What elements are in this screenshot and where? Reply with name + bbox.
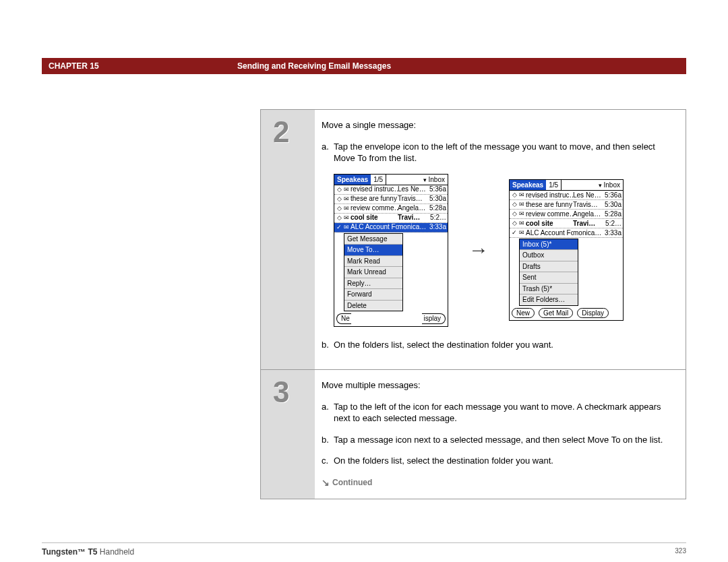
- menu-item-mark-unread[interactable]: Mark Unread: [344, 267, 402, 278]
- folder-item-edit[interactable]: Edit Folders…: [520, 294, 578, 305]
- display-button[interactable]: Display: [577, 308, 609, 319]
- list-item[interactable]: ◇ ✉ review comme… Angela… 5:28a: [334, 204, 448, 214]
- envelope-icon[interactable]: ✉: [342, 185, 351, 193]
- substep-text: On the folders list, select the destinat…: [334, 339, 673, 351]
- folder-item-outbox[interactable]: Outbox: [520, 250, 578, 261]
- list-item-selected[interactable]: ✓ ✉ ALC Account Fo… monica… 3:33a: [334, 223, 448, 232]
- folder-item-drafts[interactable]: Drafts: [520, 261, 578, 273]
- envelope-icon[interactable]: ✉: [342, 204, 351, 212]
- msg-subject: these are funny: [351, 194, 398, 204]
- new-button-partial[interactable]: Ne: [336, 313, 351, 324]
- folder-menu: Inbox (5)* Outbox Drafts Sent Trash (5)*…: [519, 239, 578, 306]
- envelope-icon[interactable]: ✉: [518, 200, 526, 208]
- list-item[interactable]: ◇ ✉ revised instruc… Les Ne… 5:36a: [334, 185, 448, 195]
- step-number: 2: [261, 110, 315, 369]
- msg-subject: review comme…: [351, 204, 398, 213]
- msg-time: 3:33a: [426, 222, 446, 232]
- palm-message-list: ◇ ✉ revised instruc… Les Ne… 5:36a ◇ ✉ t…: [334, 185, 448, 232]
- step-intro: Move multiple messages:: [322, 379, 673, 392]
- envelope-icon[interactable]: ✉: [518, 219, 526, 227]
- palm-folder-selector[interactable]: Inbox: [386, 175, 448, 185]
- step-intro: Move a single message:: [322, 119, 673, 131]
- msg-time: 5:28a: [601, 210, 621, 219]
- palm-folder-selector[interactable]: Inbox: [562, 180, 623, 190]
- palm-button-bar: Ne isplay: [334, 311, 448, 326]
- substep-label: c.: [322, 455, 334, 467]
- list-item[interactable]: ◇ ✉ these are funny Travis… 5:30a: [334, 195, 448, 204]
- list-item[interactable]: ◇ ✉ revised instruc… Les Ne… 5:36a: [510, 191, 623, 200]
- menu-item-delete[interactable]: Delete: [344, 301, 402, 311]
- chapter-label: CHAPTER 15: [49, 61, 237, 71]
- mark-icon: ◇: [511, 191, 518, 199]
- msg-from: Travis…: [573, 200, 601, 210]
- palm-screenshot-right: Speakeas 1/5 Inbox ◇ ✉ revised instruc… …: [509, 179, 624, 321]
- list-item[interactable]: ✓ ✉ ALC Account Fo… monica… 3:33a: [510, 228, 623, 238]
- mark-icon: ◇: [336, 185, 342, 193]
- substep-text: Tap to the left of the icon for each mes…: [334, 401, 673, 425]
- palm-button-bar: New Get Mail Display: [510, 306, 623, 321]
- screenshot-row: Speakeas 1/5 Inbox ◇ ✉ revised instruc… …: [334, 174, 673, 327]
- folder-item-inbox[interactable]: Inbox (5)*: [520, 239, 578, 251]
- msg-time: 3:33a: [601, 228, 621, 238]
- msg-from: Travi…: [573, 219, 601, 228]
- msg-from: monica…: [398, 222, 426, 232]
- mark-icon: ◇: [511, 210, 518, 218]
- msg-time: 5:28a: [426, 204, 446, 213]
- msg-from: Travi…: [398, 213, 426, 222]
- product-name-bold: Tungsten™ T5: [42, 547, 97, 557]
- msg-from: monica…: [573, 228, 601, 238]
- new-button[interactable]: New: [512, 308, 535, 319]
- mark-icon: ◇: [511, 200, 518, 208]
- msg-from: Travis…: [398, 194, 426, 204]
- msg-subject: revised instruc…: [351, 185, 398, 194]
- mark-icon: ◇: [511, 219, 518, 227]
- envelope-icon[interactable]: ✉: [342, 214, 351, 222]
- folder-item-trash[interactable]: Trash (5)*: [520, 284, 578, 295]
- step-number: 3: [261, 370, 315, 499]
- msg-from: Angela…: [573, 210, 601, 219]
- envelope-icon[interactable]: ✉: [342, 223, 351, 231]
- menu-item-mark-read[interactable]: Mark Read: [344, 256, 402, 268]
- display-button-partial[interactable]: isplay: [422, 313, 446, 324]
- arrow-right-icon: →: [468, 237, 489, 264]
- substep-c: c. On the folders list, select the desti…: [322, 455, 673, 467]
- palm-header: Speakeas 1/5 Inbox: [510, 180, 623, 191]
- msg-from: Les Ne…: [398, 185, 426, 194]
- msg-subject: cool site: [351, 213, 398, 222]
- substep-label: a.: [322, 401, 334, 425]
- step-body: Move multiple messages: a. Tap to the le…: [315, 370, 686, 499]
- palm-screenshot-left: Speakeas 1/5 Inbox ◇ ✉ revised instruc… …: [334, 174, 448, 327]
- list-item[interactable]: ◇ ✉ cool site Travi… 5:2…: [510, 219, 623, 228]
- instruction-panel: 2 Move a single message: a. Tap the enve…: [260, 109, 686, 499]
- list-item[interactable]: ◇ ✉ these are funny Travis… 5:30a: [510, 200, 623, 210]
- substep-label: b.: [322, 339, 334, 351]
- menu-item-reply[interactable]: Reply…: [344, 278, 402, 290]
- continued-arrow-icon: ↘: [322, 476, 330, 489]
- step-body: Move a single message: a. Tap the envelo…: [315, 110, 686, 369]
- product-name-rest: Handheld: [97, 547, 134, 557]
- msg-from: Angela…: [398, 204, 426, 213]
- palm-msg-count: 1/5: [546, 180, 562, 190]
- menu-item-move-to[interactable]: Move To…: [344, 245, 402, 256]
- palm-message-list: ◇ ✉ revised instruc… Les Ne… 5:36a ◇ ✉ t…: [510, 191, 623, 238]
- page-footer: Tungsten™ T5 Handheld 323: [42, 542, 686, 557]
- msg-time: 5:36a: [601, 191, 621, 200]
- menu-item-forward[interactable]: Forward: [344, 289, 402, 301]
- menu-item-get-message[interactable]: Get Message: [344, 234, 402, 245]
- envelope-icon[interactable]: ✉: [518, 191, 526, 199]
- list-item[interactable]: ◇ ✉ cool site Travi… 5:2…: [334, 214, 448, 223]
- envelope-icon[interactable]: ✉: [518, 228, 526, 237]
- envelope-icon[interactable]: ✉: [342, 195, 351, 203]
- msg-subject: these are funny: [526, 200, 573, 210]
- list-item[interactable]: ◇ ✉ review comme… Angela… 5:28a: [510, 210, 623, 219]
- envelope-icon[interactable]: ✉: [518, 210, 526, 218]
- mark-icon: ◇: [336, 214, 342, 222]
- msg-subject: ALC Account Fo…: [351, 222, 398, 232]
- msg-time: 5:30a: [426, 194, 446, 204]
- folder-item-sent[interactable]: Sent: [520, 272, 578, 284]
- mark-icon: ◇: [336, 195, 342, 203]
- get-mail-button[interactable]: Get Mail: [539, 308, 573, 319]
- substep-text: On the folders list, select the destinat…: [334, 455, 673, 467]
- substep-b: b. On the folders list, select the desti…: [322, 339, 673, 351]
- mark-icon: ✓: [336, 223, 342, 231]
